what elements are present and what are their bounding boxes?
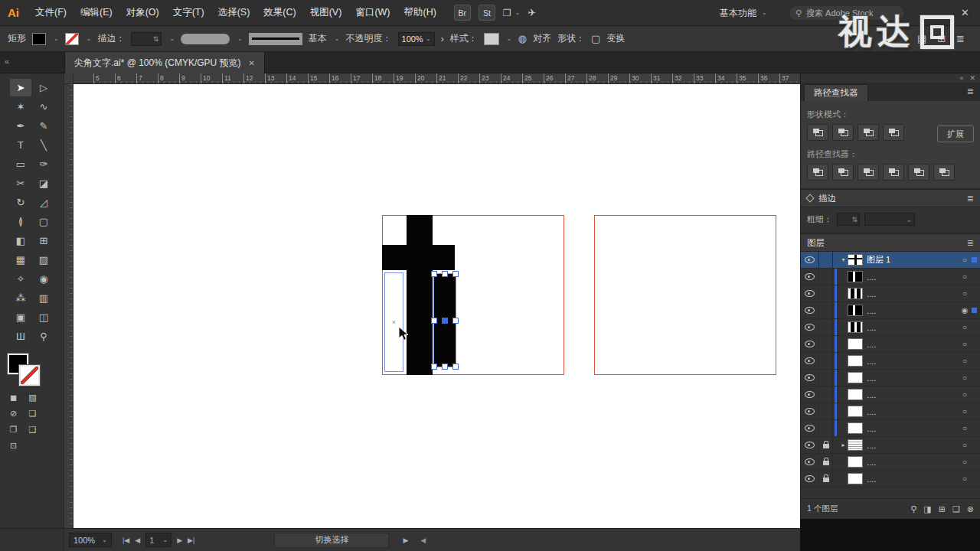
target-circle-icon[interactable]: ○ xyxy=(959,424,970,432)
lock-toggle[interactable] xyxy=(819,302,833,318)
lock-toggle[interactable] xyxy=(819,285,833,302)
none-button[interactable]: ⊘ xyxy=(8,408,19,419)
layer-row[interactable]: .... ○ xyxy=(801,454,980,471)
selection-handle[interactable] xyxy=(452,318,459,324)
chevron-down-icon[interactable]: ⌄ xyxy=(169,35,175,42)
layer-name[interactable]: .... xyxy=(867,390,959,399)
width-tool[interactable]: ≬ xyxy=(10,213,31,230)
layer-thumbnail[interactable] xyxy=(848,288,863,299)
visibility-toggle[interactable] xyxy=(801,471,819,487)
perspective-grid-tool[interactable]: ⊞ xyxy=(33,232,54,249)
layer-row[interactable]: .... ○ xyxy=(801,285,980,302)
eraser-tool[interactable]: ◪ xyxy=(33,174,54,192)
selection-handle[interactable] xyxy=(431,271,437,277)
black-shape-vertical-bar[interactable] xyxy=(407,215,433,375)
target-circle-icon[interactable]: ○ xyxy=(959,407,970,416)
close-icon[interactable]: ✕ xyxy=(249,59,255,67)
layer-name[interactable]: .... xyxy=(867,306,959,315)
target-circle-icon[interactable]: ○ xyxy=(959,441,970,449)
free-transform-tool[interactable]: ▢ xyxy=(33,213,54,230)
target-circle-icon[interactable]: ○ xyxy=(959,390,970,399)
visibility-toggle[interactable] xyxy=(801,403,819,419)
target-circle-icon[interactable]: ○ xyxy=(959,357,970,365)
target-circle-icon[interactable]: ○ xyxy=(959,323,970,331)
lock-toggle[interactable] xyxy=(819,454,833,470)
layer-row[interactable]: ▸ .... ○ xyxy=(801,437,980,454)
target-circle-icon[interactable]: ○ xyxy=(959,340,970,348)
layer-row[interactable]: .... ○ xyxy=(801,353,980,370)
layer-thumbnail[interactable] xyxy=(848,439,863,451)
visibility-toggle[interactable] xyxy=(801,420,819,436)
next-artboard-icon[interactable]: ▶ xyxy=(177,536,182,544)
menu-item[interactable]: 文件(F) xyxy=(28,0,74,25)
selection-center-point[interactable] xyxy=(442,318,448,324)
close-icon[interactable]: ✕ xyxy=(969,74,975,82)
previous-artboard-icon[interactable]: ◀ xyxy=(135,536,140,544)
lock-toggle[interactable] xyxy=(819,319,833,335)
visibility-toggle[interactable] xyxy=(801,269,819,285)
visibility-toggle[interactable] xyxy=(801,319,819,335)
arrange-documents-button[interactable]: ❐⌄ xyxy=(503,8,520,18)
intersect-button[interactable] xyxy=(858,124,879,141)
layer-thumbnail[interactable] xyxy=(848,355,863,367)
chevron-down-icon[interactable]: ⌄ xyxy=(87,35,92,42)
artboard-number-dropdown[interactable]: 1 ⌄ xyxy=(145,533,172,547)
locate-object-icon[interactable]: ⚲ xyxy=(910,504,916,514)
visibility-toggle[interactable] xyxy=(801,437,819,453)
status-flyout-icon[interactable]: ▶ xyxy=(403,536,408,544)
scroll-left-icon[interactable]: ◀ xyxy=(420,536,426,544)
menu-item[interactable]: 视图(V) xyxy=(303,0,349,25)
weight-dropdown[interactable]: ⌄ xyxy=(864,213,915,226)
stroke-weight-stepper[interactable]: ⇅ xyxy=(131,32,162,46)
layer-thumbnail[interactable] xyxy=(848,456,863,468)
visibility-toggle[interactable] xyxy=(801,302,819,318)
layer-name[interactable]: .... xyxy=(867,357,959,366)
selection-handle[interactable] xyxy=(442,364,448,370)
document-tab[interactable]: 尖角文字.ai* @ 100% (CMYK/GPU 预览) ✕ xyxy=(64,52,265,73)
target-circle-icon[interactable]: ○ xyxy=(959,256,970,264)
visibility-toggle[interactable] xyxy=(801,386,819,403)
layer-thumbnail[interactable] xyxy=(848,406,863,417)
opacity-dropdown[interactable]: 100%⌄ xyxy=(398,32,435,46)
layer-row[interactable]: .... ○ xyxy=(801,420,980,437)
visibility-toggle[interactable] xyxy=(801,336,819,352)
curvature-tool[interactable]: ✎ xyxy=(33,117,54,135)
menu-item[interactable]: 帮助(H) xyxy=(397,0,443,25)
minus-back-button[interactable] xyxy=(933,164,955,181)
layer-row[interactable]: .... ○ xyxy=(801,370,980,386)
unite-button[interactable] xyxy=(807,124,828,141)
shape-options-icon[interactable]: ▢ xyxy=(591,33,600,44)
zoom-tool[interactable]: ⚲ xyxy=(33,328,54,345)
layer-row[interactable]: ▾ 图层 1 ○ xyxy=(801,252,980,269)
stroke-color-swatch[interactable] xyxy=(65,33,79,45)
panel-menu-icon[interactable]: ≣ xyxy=(956,26,965,52)
lock-toggle[interactable] xyxy=(819,403,833,419)
layer-thumbnail[interactable] xyxy=(848,473,863,484)
tab-pathfinder[interactable]: 路径查找器 xyxy=(804,84,868,101)
scale-tool[interactable]: ◿ xyxy=(33,194,54,211)
layer-row[interactable]: .... ○ xyxy=(801,471,980,487)
menu-item[interactable]: 文字(T) xyxy=(166,0,211,25)
target-circle-icon[interactable]: ○ xyxy=(959,458,970,466)
make-clip-mask-icon[interactable]: ◨ xyxy=(923,504,931,514)
fill-color-swatch[interactable] xyxy=(32,33,46,45)
gradient-button[interactable]: ▨ xyxy=(27,392,38,403)
layer-name[interactable]: .... xyxy=(867,272,959,282)
dock-grid-icon[interactable]: ⊞ xyxy=(937,26,946,52)
layer-thumbnail[interactable] xyxy=(848,338,863,350)
layer-name[interactable]: 图层 1 xyxy=(867,254,959,266)
graphic-style-swatch[interactable] xyxy=(484,33,499,45)
visibility-toggle[interactable] xyxy=(801,285,819,302)
canvas[interactable]: × xyxy=(74,84,800,528)
menu-item[interactable]: 窗口(W) xyxy=(348,0,397,25)
document-setup-icon[interactable]: ◍ xyxy=(518,33,527,44)
eyedropper-tool[interactable]: ✧ xyxy=(10,270,31,288)
delete-layer-icon[interactable]: ⊗ xyxy=(967,504,974,514)
collapse-panels-icon[interactable]: « xyxy=(959,74,963,82)
menu-item[interactable]: 选择(S) xyxy=(211,0,257,25)
chevron-right-icon[interactable]: › xyxy=(441,33,444,44)
layers-panel-header[interactable]: 图层 ≣ xyxy=(801,233,980,252)
share-icon[interactable]: ✈ xyxy=(528,7,536,18)
new-sublayer-icon[interactable]: ⊞ xyxy=(939,504,946,514)
layer-thumbnail[interactable] xyxy=(848,305,863,316)
